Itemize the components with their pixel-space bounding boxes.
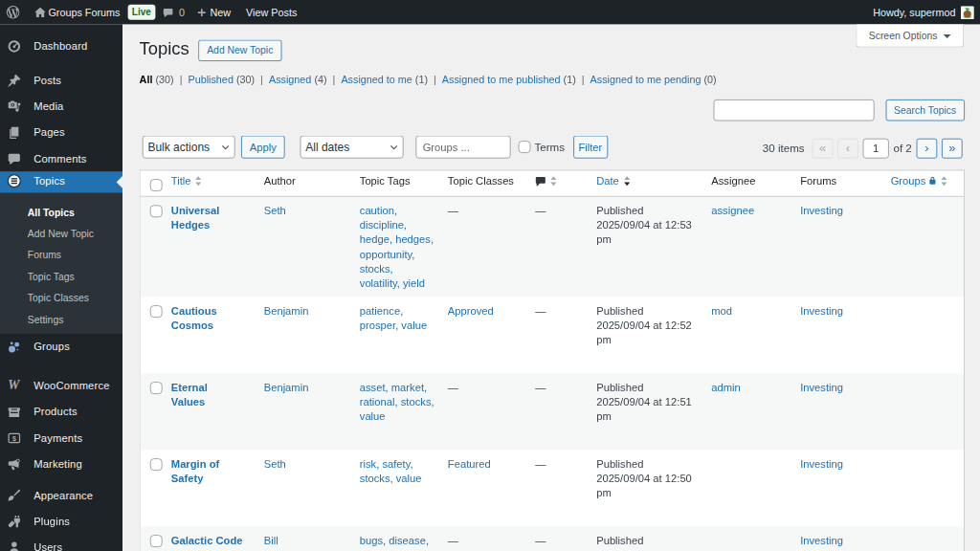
svg-text:$: $ [11,434,15,442]
